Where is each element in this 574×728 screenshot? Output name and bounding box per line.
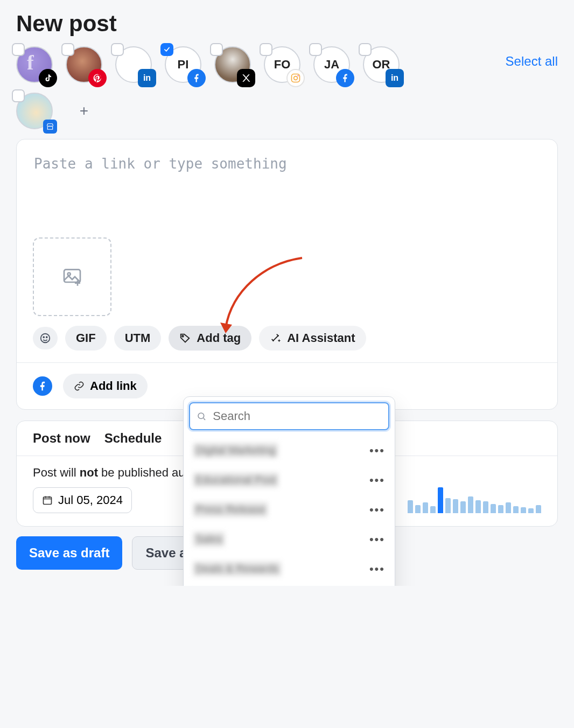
facebook-icon [187,69,206,87]
tag-label: Press Release [193,502,268,517]
instagram-icon [286,69,305,87]
calendar-icon [42,495,53,506]
svg-rect-9 [44,497,52,504]
tag-item-more-icon[interactable]: ••• [369,562,385,576]
bar [423,502,428,513]
tag-search-input[interactable] [212,409,382,424]
tag-item[interactable]: Digital Marketing••• [184,436,395,465]
linkedin-icon: in [138,69,156,87]
channel-pinterest[interactable] [66,46,102,83]
tag-item[interactable]: Sales••• [184,524,395,554]
channels-row-2: + [16,93,558,129]
ai-assistant-button[interactable]: AI Assistant [259,326,366,351]
tag-label: Digital Marketing [193,443,278,458]
tag-popover: Digital Marketing•••Educational Post•••P… [183,396,395,586]
utm-button[interactable]: UTM [114,326,162,351]
tag-item-more-icon[interactable]: ••• [369,533,385,547]
facebook-icon [336,69,354,87]
tag-item-more-icon[interactable]: ••• [369,473,385,487]
channel-checkbox[interactable] [160,43,173,56]
channel-checkbox[interactable] [210,43,223,56]
gif-button[interactable]: GIF [65,326,107,351]
channel-google[interactable] [16,93,53,129]
link-icon [74,381,85,391]
svg-point-6 [43,337,44,338]
tiktok-icon [39,69,57,87]
bar [528,508,534,513]
emoji-button[interactable] [33,327,58,349]
bar [408,500,413,513]
tag-item-more-icon[interactable]: ••• [369,444,385,458]
sparkle-icon [270,332,282,344]
google-business-icon [43,120,57,134]
save-as-draft-button[interactable]: Save as draft [16,536,122,570]
bar [536,505,541,513]
composer-actions: GIF UTM Add tag AI Assistant [33,326,541,362]
tag-label: Educational Post [193,473,278,487]
svg-point-7 [46,337,47,338]
svg-point-10 [198,413,204,419]
tag-icon [179,332,191,344]
bar [483,501,488,513]
tab-post-now[interactable]: Post now [33,431,90,446]
tag-item-more-icon[interactable]: ••• [369,503,385,517]
linkedin-icon: in [386,69,404,87]
page-title: New post [16,11,558,37]
composer-card: GIF UTM Add tag AI Assistant Add link [16,139,558,410]
add-channel-button[interactable]: + [66,93,102,129]
bar [506,502,511,513]
bar [430,506,436,513]
channel-checkbox[interactable] [359,43,372,56]
add-media-dropzone[interactable] [33,237,111,316]
svg-point-4 [68,273,71,276]
bar [453,499,458,513]
channel-checkbox[interactable] [260,43,272,56]
bar [445,498,451,513]
add-link-button[interactable]: Add link [63,374,148,398]
x-icon [237,69,255,87]
channel-facebook-ja[interactable]: JA [313,46,350,83]
channel-checkbox[interactable] [12,89,25,102]
bar [521,507,526,513]
channel-checkbox[interactable] [111,43,124,56]
svg-point-5 [41,334,50,343]
channel-checkbox[interactable] [61,43,74,56]
channel-x[interactable] [214,46,251,83]
tag-label: Deals & Rewards [193,562,281,576]
tab-schedule[interactable]: Schedule [104,431,162,446]
bar [468,496,473,513]
channel-linkedin-1[interactable]: in [115,46,152,83]
add-tag-button[interactable]: Add tag [169,326,251,351]
search-icon [197,411,206,422]
channel-tiktok[interactable]: f [16,46,53,83]
bar [415,505,421,513]
bar [438,487,443,513]
bar [460,501,466,513]
bar [491,504,496,513]
svg-point-1 [294,76,298,80]
channel-checkbox[interactable] [309,43,322,56]
facebook-icon [33,376,52,396]
tag-search-field[interactable] [189,402,389,430]
tag-item[interactable]: Educational Post••• [184,465,395,495]
tag-label: Sales [193,532,225,547]
pinterest-icon [88,69,107,87]
channels-row: f in PI [16,46,558,83]
select-all-link[interactable]: Select all [506,46,558,69]
bar [513,506,519,513]
tag-list: Digital Marketing•••Educational Post•••P… [184,436,395,586]
tag-item[interactable]: Special promotion••• [184,584,395,586]
bar [498,505,503,513]
svg-point-8 [182,335,184,337]
channel-facebook-pi[interactable]: PI [165,46,201,83]
tag-item[interactable]: Deals & Rewards••• [184,554,395,584]
channel-instagram[interactable]: FO [264,46,300,83]
schedule-bars-chart [408,487,541,513]
bar [475,500,481,513]
post-textarea[interactable] [33,155,541,235]
tag-item[interactable]: Press Release••• [184,495,395,524]
channel-checkbox[interactable] [12,43,25,56]
svg-point-2 [298,75,299,76]
channel-linkedin-2[interactable]: OR in [363,46,400,83]
date-picker-button[interactable]: Jul 05, 2024 [33,487,132,513]
